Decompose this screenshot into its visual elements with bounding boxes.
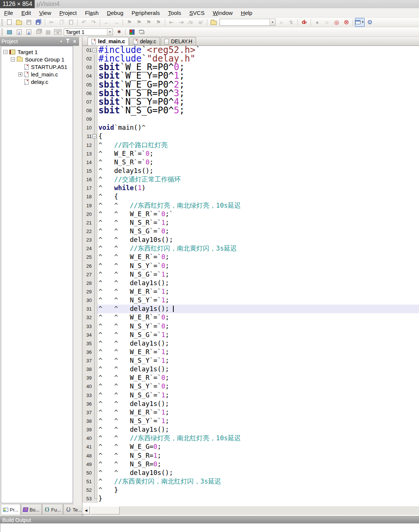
- menu-item-edit[interactable]: Edit: [17, 9, 35, 17]
- line-number: 28: [82, 279, 92, 287]
- gutter: 53: [82, 494, 97, 503]
- dropdown-arrow-icon[interactable]: ▼: [361, 21, 364, 24]
- text-caret: [173, 306, 174, 312]
- navigate-back-icon[interactable]: ←: [102, 18, 111, 27]
- options-for-target-icon[interactable]: [127, 28, 136, 37]
- redo-icon[interactable]: ↷: [89, 18, 98, 27]
- panel-tab-fu...[interactable]: {}Fu...: [42, 504, 63, 515]
- rebuild-all-icon[interactable]: [24, 28, 33, 37]
- close-icon[interactable]: ×: [72, 38, 78, 44]
- collapse-icon[interactable]: −: [3, 50, 7, 54]
- tree-item-target-1[interactable]: −Target 1: [1, 48, 73, 56]
- menu-item-tools[interactable]: Tools: [164, 9, 185, 17]
- build-output-log[interactable]: Build target 'Target 1': [0, 523, 419, 532]
- tab-delay-h[interactable]: DELAY.H: [161, 37, 196, 45]
- panel-tab-bo...[interactable]: Bo...: [21, 504, 42, 515]
- menu-item-window[interactable]: Window: [209, 9, 237, 17]
- tree-item-label: led_main.c: [31, 71, 58, 78]
- expand-icon[interactable]: +: [18, 72, 22, 76]
- code-text: ^ {: [97, 192, 419, 201]
- fold-collapse-icon[interactable]: −: [92, 134, 97, 138]
- gutter: 06: [82, 89, 97, 98]
- paste-icon[interactable]: [66, 18, 75, 27]
- find-in-files-icon[interactable]: ⌕: [277, 18, 286, 27]
- previous-bookmark-icon[interactable]: ⚑: [135, 18, 144, 27]
- indent-icon[interactable]: ⇥: [177, 18, 186, 27]
- insert-bookmark-icon[interactable]: ⚑: [125, 18, 134, 27]
- next-bookmark-icon[interactable]: ⚑: [144, 18, 153, 27]
- kill-all-breakpoints-icon[interactable]: ⊗: [342, 18, 351, 27]
- uncomment-selection-icon[interactable]: ≡∕: [196, 18, 205, 27]
- tab-delay-c[interactable]: delay.c: [129, 37, 160, 45]
- collapse-icon[interactable]: −: [11, 57, 15, 62]
- tab-led-main-c[interactable]: led_main.c: [88, 37, 129, 45]
- dropdown-arrow-icon[interactable]: ▼: [107, 29, 113, 35]
- batch-build-icon[interactable]: [34, 28, 43, 37]
- target-combo[interactable]: Target 1▼: [64, 28, 113, 35]
- file-icon: [133, 39, 138, 44]
- menu-item-project[interactable]: Project: [55, 9, 81, 17]
- enable-disable-breakpoint-icon[interactable]: ○: [322, 18, 331, 27]
- panel-tab-pr...[interactable]: Pr...: [1, 504, 21, 515]
- panel-splitter[interactable]: [79, 37, 82, 516]
- comment-selection-icon[interactable]: ∕≡: [186, 18, 195, 27]
- stop-build-icon[interactable]: ▦: [44, 28, 53, 37]
- translate-file-icon[interactable]: [5, 28, 14, 37]
- navigate-forward-icon[interactable]: →: [112, 18, 121, 27]
- dropdown-arrow-icon[interactable]: ▼: [270, 19, 275, 25]
- new-file-icon[interactable]: [5, 18, 14, 27]
- incremental-find-icon[interactable]: ↯: [287, 18, 296, 27]
- tree-item-delay-c[interactable]: delay.c: [1, 78, 73, 85]
- pin-icon[interactable]: [65, 38, 71, 44]
- menu-item-file[interactable]: File: [0, 9, 17, 17]
- scrollbar-thumb[interactable]: [91, 506, 120, 514]
- code-line: 37^ ^ W_E_R`=`1;: [82, 408, 419, 417]
- chevron-down-icon[interactable]: ▼: [58, 38, 64, 44]
- insert-breakpoint-icon[interactable]: ●: [313, 18, 322, 27]
- code-line: 35^ ^ delay1s();: [82, 339, 419, 348]
- project-tree[interactable]: −Target 1−Source Group 1STARTUP.A51+led_…: [1, 46, 73, 503]
- cut-icon[interactable]: ✂: [47, 18, 56, 27]
- scroll-left-button[interactable]: ◀: [82, 506, 90, 514]
- menu-item-view[interactable]: View: [35, 9, 55, 17]
- system-viewer-icon[interactable]: ▼: [355, 18, 365, 27]
- configure-tools-icon[interactable]: ⚙: [365, 18, 374, 27]
- panel-tab-label: Fu...: [51, 507, 61, 513]
- gutter: 16: [82, 175, 97, 184]
- gutter: 10: [82, 123, 97, 132]
- tree-item-source-group-1[interactable]: −Source Group 1: [1, 56, 73, 63]
- menu-item-peripherals[interactable]: Peripherals: [127, 9, 164, 17]
- code-line: 27^ ^ N_S_G`=`1;: [82, 270, 419, 279]
- save-all-icon[interactable]: [34, 18, 43, 27]
- build-toolbar: ▦Target 1▼✶: [0, 27, 419, 37]
- fold-margin: [92, 331, 97, 339]
- configure-search-icon[interactable]: [209, 18, 218, 27]
- tree-item-led-main-c[interactable]: +led_main.c: [1, 70, 73, 78]
- unindent-icon[interactable]: ⇤: [167, 18, 176, 27]
- clear-bookmarks-icon[interactable]: ⚑: [154, 18, 163, 27]
- search-combo[interactable]: ▼: [220, 19, 275, 26]
- menu-item-svcs[interactable]: SVCS: [185, 9, 209, 17]
- code-text: ^ ^ //东西红灯亮，南北绿灯亮，10s延迟: [97, 201, 419, 210]
- save-icon[interactable]: [24, 18, 33, 27]
- undo-icon[interactable]: ↶: [79, 18, 88, 27]
- menu-item-flash[interactable]: Flash: [81, 9, 103, 17]
- menu-item-help[interactable]: Help: [237, 9, 256, 17]
- code-line: 29^ ^ W_E_R`=`1;: [82, 287, 419, 296]
- manage-project-items-icon[interactable]: [137, 28, 146, 37]
- copy-icon[interactable]: [57, 18, 66, 27]
- download-to-flash-icon[interactable]: [53, 28, 62, 37]
- fold-collapse-icon[interactable]: −: [92, 48, 97, 52]
- toolbar-grip[interactable]: [1, 19, 3, 26]
- scrollbar-track[interactable]: [120, 506, 419, 514]
- target-options-wizard-icon[interactable]: ✶: [114, 28, 123, 37]
- build-target-icon[interactable]: [15, 28, 23, 37]
- toolbar-grip[interactable]: [1, 29, 3, 35]
- disable-all-breakpoints-icon[interactable]: ◎: [332, 18, 341, 27]
- tree-item-startup-a51[interactable]: STARTUP.A51: [1, 63, 73, 70]
- code-editor[interactable]: 01−#include`<reg52.h>`02#include`"delay.…: [82, 46, 419, 506]
- start-stop-debug-icon[interactable]: d⌕: [300, 18, 309, 27]
- open-folder-icon[interactable]: [15, 18, 23, 27]
- menu-item-debug[interactable]: Debug: [103, 9, 127, 17]
- file-icon: [164, 39, 169, 44]
